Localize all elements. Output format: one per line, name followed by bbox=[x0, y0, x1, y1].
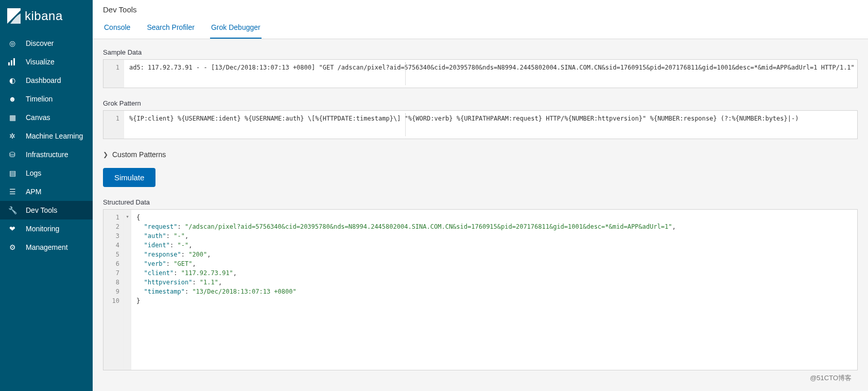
tab-bar: Console Search Profiler Grok Debugger bbox=[103, 20, 858, 39]
sidebar: kibana ◎Discover Visualize ◐Dashboard ☻T… bbox=[0, 0, 93, 391]
tab-console[interactable]: Console bbox=[103, 20, 131, 39]
editor-divider bbox=[405, 62, 406, 85]
tab-grok-debugger[interactable]: Grok Debugger bbox=[210, 20, 262, 39]
custom-patterns-expander[interactable]: ❯ Custom Patterns bbox=[103, 150, 858, 159]
custom-patterns-label: Custom Patterns bbox=[112, 150, 166, 159]
editor-divider bbox=[405, 113, 406, 136]
kibana-logo-icon bbox=[7, 8, 21, 24]
sidebar-item-ml[interactable]: ✲Machine Learning bbox=[0, 127, 93, 145]
heartbeat-icon: ❤ bbox=[7, 225, 18, 233]
sidebar-item-label: Management bbox=[26, 243, 68, 251]
gutter: 1 bbox=[103, 111, 124, 139]
page-title: Dev Tools bbox=[103, 5, 858, 14]
grok-pattern-input[interactable]: %{IP:client} %{USERNAME:ident} %{USERNAM… bbox=[124, 111, 857, 139]
sidebar-item-infrastructure[interactable]: ⛁Infrastructure bbox=[0, 145, 93, 164]
compass-icon: ◎ bbox=[7, 39, 18, 47]
sidebar-item-label: Logs bbox=[26, 169, 41, 177]
sidebar-item-label: Dashboard bbox=[26, 76, 61, 84]
sidebar-item-logs[interactable]: ▤Logs bbox=[0, 164, 93, 182]
content: Sample Data 1 ad5: 117.92.73.91 - - [13/… bbox=[93, 39, 868, 391]
gear-icon: ⚙ bbox=[7, 243, 18, 251]
sidebar-item-devtools[interactable]: 🔧Dev Tools bbox=[0, 201, 93, 219]
sidebar-item-monitoring[interactable]: ❤Monitoring bbox=[0, 219, 93, 238]
svg-rect-2 bbox=[13, 58, 15, 65]
sidebar-item-discover[interactable]: ◎Discover bbox=[0, 34, 93, 53]
svg-rect-0 bbox=[8, 62, 10, 65]
header: Dev Tools Console Search Profiler Grok D… bbox=[93, 0, 868, 39]
sample-data-label: Sample Data bbox=[103, 48, 858, 56]
sample-data-editor[interactable]: 1 ad5: 117.92.73.91 - - [13/Dec/2018:13:… bbox=[103, 59, 858, 88]
wrench-icon: 🔧 bbox=[7, 206, 18, 214]
main: Dev Tools Console Search Profiler Grok D… bbox=[93, 0, 868, 391]
chevron-right-icon: ❯ bbox=[103, 151, 108, 158]
sidebar-item-label: Machine Learning bbox=[26, 132, 83, 140]
ml-icon: ✲ bbox=[7, 132, 18, 140]
chart-icon bbox=[7, 58, 18, 65]
sidebar-item-management[interactable]: ⚙Management bbox=[0, 238, 93, 257]
canvas-icon: ▦ bbox=[7, 113, 18, 122]
simulate-button[interactable]: Simulate bbox=[103, 168, 155, 187]
grok-pattern-editor[interactable]: 1 %{IP:client} %{USERNAME:ident} %{USERN… bbox=[103, 110, 858, 139]
timelion-icon: ☻ bbox=[7, 95, 18, 103]
structured-data-json[interactable]: { "request": "/adscan/pixel?aid=5756340&… bbox=[131, 210, 857, 370]
brand-name: kibana bbox=[25, 9, 63, 23]
sidebar-item-canvas[interactable]: ▦Canvas bbox=[0, 108, 93, 127]
sidebar-item-label: Timelion bbox=[26, 95, 53, 103]
sidebar-item-label: Dev Tools bbox=[26, 206, 57, 214]
sidebar-item-label: Infrastructure bbox=[26, 150, 68, 159]
structured-data-label: Structured Data bbox=[103, 198, 858, 206]
sidebar-item-dashboard[interactable]: ◐Dashboard bbox=[0, 71, 93, 90]
infra-icon: ⛁ bbox=[7, 150, 18, 159]
brand[interactable]: kibana bbox=[0, 0, 93, 34]
sidebar-item-apm[interactable]: ☰APM bbox=[0, 182, 93, 201]
sidebar-item-label: Discover bbox=[26, 39, 54, 47]
fold-column: ▾ bbox=[124, 210, 131, 370]
sidebar-item-label: Visualize bbox=[26, 58, 55, 66]
apm-icon: ☰ bbox=[7, 188, 18, 196]
structured-data-output[interactable]: 1 2 3 4 5 6 7 8 9 10 ▾ { "request": "/ad… bbox=[103, 209, 858, 370]
gutter: 1 bbox=[103, 60, 124, 88]
sidebar-item-label: APM bbox=[26, 188, 41, 196]
sidebar-item-visualize[interactable]: Visualize bbox=[0, 53, 93, 71]
grok-pattern-label: Grok Pattern bbox=[103, 99, 858, 107]
sidebar-item-label: Canvas bbox=[26, 113, 50, 122]
sidebar-item-label: Monitoring bbox=[26, 225, 59, 233]
logs-icon: ▤ bbox=[7, 169, 18, 177]
sample-data-input[interactable]: ad5: 117.92.73.91 - - [13/Dec/2018:13:07… bbox=[124, 60, 857, 88]
sidebar-item-timelion[interactable]: ☻Timelion bbox=[0, 90, 93, 108]
nav-list: ◎Discover Visualize ◐Dashboard ☻Timelion… bbox=[0, 34, 93, 257]
tab-search-profiler[interactable]: Search Profiler bbox=[146, 20, 196, 39]
gutter: 1 2 3 4 5 6 7 8 9 10 bbox=[103, 210, 124, 370]
gauge-icon: ◐ bbox=[7, 76, 18, 84]
watermark: @51CTO博客 bbox=[810, 373, 852, 383]
svg-rect-1 bbox=[11, 60, 12, 65]
